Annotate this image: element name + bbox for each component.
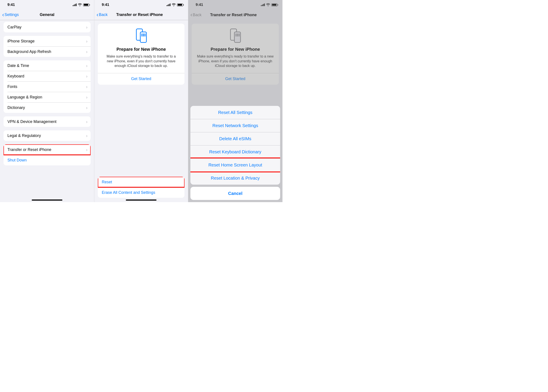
- svg-rect-4: [144, 34, 146, 35]
- row-label: Legal & Regulatory: [7, 133, 86, 138]
- settings-row-transfer-or-reset-iphone[interactable]: Transfer or Reset iPhone›: [3, 144, 91, 155]
- row-label: iPhone Storage: [7, 39, 86, 43]
- get-started-button[interactable]: Get Started: [102, 73, 181, 85]
- phones-icon: [102, 28, 181, 44]
- settings-row-shut-down[interactable]: Shut Down: [3, 155, 91, 165]
- status-time: 9:41: [7, 3, 15, 7]
- settings-row-date-time[interactable]: Date & Time›: [3, 60, 91, 71]
- home-indicator: [32, 199, 62, 201]
- svg-rect-7: [144, 35, 146, 36]
- chevron-right-icon: ›: [86, 84, 87, 89]
- sheet-option-reset-location-privacy[interactable]: Reset Location & Privacy: [190, 171, 280, 185]
- back-label: Back: [99, 13, 108, 17]
- settings-row-fonts[interactable]: Fonts›: [3, 81, 91, 92]
- settings-row-keyboard[interactable]: Keyboard›: [3, 71, 91, 81]
- svg-rect-2: [141, 34, 142, 35]
- row-label: Background App Refresh: [7, 49, 86, 54]
- card-description: Make sure everything's ready to transfer…: [102, 54, 181, 68]
- transfer-content: Prepare for New iPhone Make sure everyth…: [94, 20, 188, 202]
- row-label: Erase All Content and Settings: [102, 190, 181, 195]
- cellular-icon: [167, 3, 171, 6]
- settings-row-background-app-refresh[interactable]: Background App Refresh›: [3, 46, 91, 57]
- panel-transfer-reset: 9:41 ‹ Back Transfer or Reset iPhone Pre…: [94, 0, 188, 202]
- chevron-right-icon: ›: [86, 119, 87, 124]
- status-bar: 9:41: [94, 0, 188, 10]
- sheet-option-delete-all-esims[interactable]: Delete All eSIMs: [190, 132, 280, 145]
- phones-icon: [196, 28, 275, 44]
- chevron-right-icon: ›: [86, 74, 87, 79]
- prepare-card: Prepare for New iPhone Make sure everyth…: [192, 24, 279, 85]
- back-button: ‹ Back: [190, 12, 202, 18]
- reset-row-erase-all-content-and-settings[interactable]: Erase All Content and Settings: [98, 187, 185, 198]
- cellular-icon: [73, 3, 77, 6]
- panel-general: 9:41 ‹ Settings General CarPlay›iPhone S…: [0, 0, 94, 202]
- battery-icon: [177, 3, 183, 6]
- sheet-option-reset-keyboard-dictionary[interactable]: Reset Keyboard Dictionary: [190, 145, 280, 158]
- row-label: CarPlay: [7, 25, 86, 29]
- cancel-button[interactable]: Cancel: [190, 187, 280, 200]
- svg-rect-15: [239, 35, 240, 36]
- chevron-right-icon: ›: [86, 133, 87, 138]
- row-label: Language & Region: [7, 95, 86, 99]
- status-icons: [261, 3, 278, 6]
- page-title: Transfer or Reset iPhone: [210, 13, 282, 17]
- svg-rect-10: [235, 34, 237, 35]
- chevron-left-icon: ‹: [2, 12, 4, 17]
- row-label: Fonts: [7, 84, 86, 89]
- chevron-right-icon: ›: [86, 105, 87, 110]
- settings-row-carplay[interactable]: CarPlay›: [3, 22, 91, 32]
- svg-rect-13: [235, 35, 237, 36]
- row-label: Keyboard: [7, 74, 86, 78]
- settings-list[interactable]: CarPlay›iPhone Storage›Background App Re…: [0, 20, 94, 202]
- svg-rect-3: [143, 34, 144, 35]
- row-label: Shut Down: [7, 158, 87, 162]
- status-bar: 9:41: [188, 0, 282, 10]
- back-button[interactable]: ‹ Back: [97, 12, 108, 18]
- card-title: Prepare for New iPhone: [102, 47, 181, 52]
- settings-row-legal-regulatory[interactable]: Legal & Regulatory›: [3, 130, 91, 141]
- reset-options-group: ResetErase All Content and Settings: [98, 177, 185, 198]
- svg-rect-1: [140, 32, 146, 42]
- chevron-right-icon: ›: [86, 39, 87, 44]
- settings-row-dictionary[interactable]: Dictionary›: [3, 102, 91, 113]
- card-title: Prepare for New iPhone: [196, 47, 275, 52]
- settings-group: Legal & Regulatory›: [3, 130, 91, 141]
- battery-icon: [83, 3, 89, 6]
- back-label: Settings: [5, 13, 19, 17]
- status-icons: [167, 3, 183, 6]
- chevron-right-icon: ›: [86, 49, 87, 54]
- back-button[interactable]: ‹ Settings: [2, 12, 19, 18]
- settings-group: iPhone Storage›Background App Refresh›: [3, 36, 91, 57]
- settings-row-vpn-device-management[interactable]: VPN & Device Management›: [3, 116, 91, 127]
- nav-bar: ‹ Back Transfer or Reset iPhone: [188, 10, 282, 20]
- page-title: Transfer or Reset iPhone: [116, 13, 188, 17]
- svg-rect-6: [143, 35, 144, 36]
- battery-icon: [271, 3, 278, 6]
- action-sheet-cancel-group: Cancel: [190, 187, 280, 200]
- svg-rect-5: [141, 35, 142, 36]
- sheet-option-reset-all-settings[interactable]: Reset All Settings: [190, 106, 280, 119]
- row-label: Transfer or Reset iPhone: [7, 147, 86, 152]
- chevron-right-icon: ›: [86, 63, 87, 68]
- chevron-right-icon: ›: [86, 147, 87, 152]
- status-time: 9:41: [102, 3, 109, 7]
- sheet-option-reset-home-screen-layout[interactable]: Reset Home Screen Layout: [190, 158, 280, 171]
- nav-bar: ‹ Back Transfer or Reset iPhone: [94, 10, 188, 20]
- reset-row-reset[interactable]: Reset: [98, 177, 185, 187]
- get-started-button: Get Started: [196, 73, 275, 85]
- row-label: Dictionary: [7, 105, 86, 110]
- wifi-icon: [172, 3, 176, 6]
- settings-row-iphone-storage[interactable]: iPhone Storage›: [3, 36, 91, 46]
- chevron-left-icon: ‹: [97, 12, 99, 17]
- settings-group: CarPlay›: [3, 22, 91, 32]
- settings-row-language-region[interactable]: Language & Region›: [3, 92, 91, 102]
- wifi-icon: [78, 3, 82, 6]
- cellular-icon: [261, 3, 265, 6]
- settings-group: VPN & Device Management›: [3, 116, 91, 127]
- prepare-card: Prepare for New iPhone Make sure everyth…: [98, 24, 185, 85]
- sheet-option-reset-network-settings[interactable]: Reset Network Settings: [190, 119, 280, 132]
- reset-action-sheet: Reset All SettingsReset Network Settings…: [190, 106, 280, 200]
- home-indicator: [126, 199, 157, 201]
- svg-rect-14: [237, 35, 238, 36]
- chevron-right-icon: ›: [86, 25, 87, 30]
